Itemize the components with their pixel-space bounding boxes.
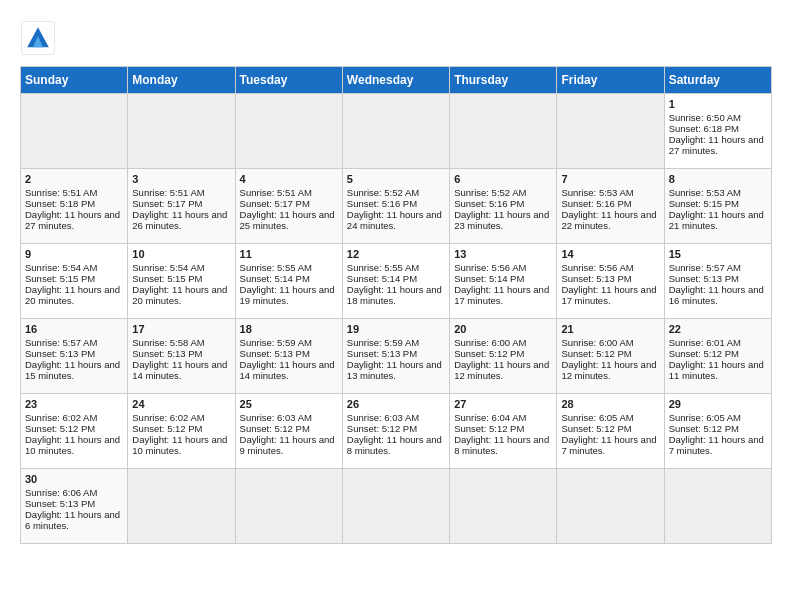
calendar-week-1: 2Sunrise: 5:51 AMSunset: 5:18 PMDaylight… bbox=[21, 169, 772, 244]
day-info: Daylight: 11 hours and 22 minutes. bbox=[561, 209, 659, 231]
day-number: 18 bbox=[240, 323, 338, 335]
calendar-cell: 6Sunrise: 5:52 AMSunset: 5:16 PMDaylight… bbox=[450, 169, 557, 244]
day-info: Sunset: 5:16 PM bbox=[347, 198, 445, 209]
day-number: 2 bbox=[25, 173, 123, 185]
day-info: Daylight: 11 hours and 15 minutes. bbox=[25, 359, 123, 381]
day-info: Sunset: 5:16 PM bbox=[561, 198, 659, 209]
calendar-week-3: 16Sunrise: 5:57 AMSunset: 5:13 PMDayligh… bbox=[21, 319, 772, 394]
day-info: Daylight: 11 hours and 7 minutes. bbox=[669, 434, 767, 456]
day-number: 25 bbox=[240, 398, 338, 410]
day-header-tuesday: Tuesday bbox=[235, 67, 342, 94]
day-number: 11 bbox=[240, 248, 338, 260]
calendar-cell: 27Sunrise: 6:04 AMSunset: 5:12 PMDayligh… bbox=[450, 394, 557, 469]
day-info: Daylight: 11 hours and 10 minutes. bbox=[25, 434, 123, 456]
day-number: 27 bbox=[454, 398, 552, 410]
day-info: Daylight: 11 hours and 20 minutes. bbox=[132, 284, 230, 306]
day-info: Sunset: 5:12 PM bbox=[25, 423, 123, 434]
calendar-body: 1Sunrise: 6:50 AMSunset: 6:18 PMDaylight… bbox=[21, 94, 772, 544]
calendar-cell: 9Sunrise: 5:54 AMSunset: 5:15 PMDaylight… bbox=[21, 244, 128, 319]
calendar-cell: 8Sunrise: 5:53 AMSunset: 5:15 PMDaylight… bbox=[664, 169, 771, 244]
day-info: Daylight: 11 hours and 6 minutes. bbox=[25, 509, 123, 531]
day-info: Sunrise: 6:00 AM bbox=[561, 337, 659, 348]
calendar-cell: 16Sunrise: 5:57 AMSunset: 5:13 PMDayligh… bbox=[21, 319, 128, 394]
calendar-cell: 29Sunrise: 6:05 AMSunset: 5:12 PMDayligh… bbox=[664, 394, 771, 469]
day-info: Daylight: 11 hours and 11 minutes. bbox=[669, 359, 767, 381]
calendar-cell bbox=[664, 469, 771, 544]
day-info: Sunrise: 5:56 AM bbox=[561, 262, 659, 273]
calendar-cell: 11Sunrise: 5:55 AMSunset: 5:14 PMDayligh… bbox=[235, 244, 342, 319]
day-header-sunday: Sunday bbox=[21, 67, 128, 94]
day-number: 3 bbox=[132, 173, 230, 185]
day-header-friday: Friday bbox=[557, 67, 664, 94]
day-info: Sunset: 5:12 PM bbox=[454, 423, 552, 434]
day-info: Sunrise: 5:52 AM bbox=[454, 187, 552, 198]
day-info: Sunrise: 6:02 AM bbox=[25, 412, 123, 423]
calendar-cell: 3Sunrise: 5:51 AMSunset: 5:17 PMDaylight… bbox=[128, 169, 235, 244]
calendar-cell bbox=[235, 469, 342, 544]
day-info: Sunrise: 5:54 AM bbox=[132, 262, 230, 273]
day-info: Daylight: 11 hours and 16 minutes. bbox=[669, 284, 767, 306]
day-info: Sunset: 5:12 PM bbox=[561, 423, 659, 434]
day-info: Sunset: 5:12 PM bbox=[669, 348, 767, 359]
day-number: 14 bbox=[561, 248, 659, 260]
day-info: Sunrise: 5:53 AM bbox=[561, 187, 659, 198]
day-info: Daylight: 11 hours and 24 minutes. bbox=[347, 209, 445, 231]
calendar-cell: 24Sunrise: 6:02 AMSunset: 5:12 PMDayligh… bbox=[128, 394, 235, 469]
day-info: Sunset: 5:13 PM bbox=[132, 348, 230, 359]
day-number: 9 bbox=[25, 248, 123, 260]
day-info: Sunrise: 6:05 AM bbox=[669, 412, 767, 423]
day-header-thursday: Thursday bbox=[450, 67, 557, 94]
day-info: Sunrise: 5:58 AM bbox=[132, 337, 230, 348]
day-info: Sunrise: 6:03 AM bbox=[240, 412, 338, 423]
day-number: 20 bbox=[454, 323, 552, 335]
day-header-wednesday: Wednesday bbox=[342, 67, 449, 94]
calendar-cell bbox=[235, 94, 342, 169]
day-number: 19 bbox=[347, 323, 445, 335]
day-info: Sunset: 6:18 PM bbox=[669, 123, 767, 134]
day-number: 8 bbox=[669, 173, 767, 185]
day-number: 26 bbox=[347, 398, 445, 410]
day-number: 7 bbox=[561, 173, 659, 185]
calendar-cell: 15Sunrise: 5:57 AMSunset: 5:13 PMDayligh… bbox=[664, 244, 771, 319]
day-info: Sunset: 5:12 PM bbox=[347, 423, 445, 434]
calendar-cell: 7Sunrise: 5:53 AMSunset: 5:16 PMDaylight… bbox=[557, 169, 664, 244]
day-info: Daylight: 11 hours and 12 minutes. bbox=[454, 359, 552, 381]
calendar-cell: 26Sunrise: 6:03 AMSunset: 5:12 PMDayligh… bbox=[342, 394, 449, 469]
calendar-cell: 12Sunrise: 5:55 AMSunset: 5:14 PMDayligh… bbox=[342, 244, 449, 319]
logo bbox=[20, 20, 62, 56]
day-number: 17 bbox=[132, 323, 230, 335]
day-number: 1 bbox=[669, 98, 767, 110]
calendar-cell: 5Sunrise: 5:52 AMSunset: 5:16 PMDaylight… bbox=[342, 169, 449, 244]
calendar-cell bbox=[342, 469, 449, 544]
day-number: 15 bbox=[669, 248, 767, 260]
calendar-week-0: 1Sunrise: 6:50 AMSunset: 6:18 PMDaylight… bbox=[21, 94, 772, 169]
day-info: Sunrise: 5:51 AM bbox=[240, 187, 338, 198]
day-info: Daylight: 11 hours and 9 minutes. bbox=[240, 434, 338, 456]
day-info: Sunrise: 5:51 AM bbox=[25, 187, 123, 198]
day-info: Daylight: 11 hours and 21 minutes. bbox=[669, 209, 767, 231]
day-number: 22 bbox=[669, 323, 767, 335]
day-number: 23 bbox=[25, 398, 123, 410]
calendar-week-5: 30Sunrise: 6:06 AMSunset: 5:13 PMDayligh… bbox=[21, 469, 772, 544]
day-info: Sunset: 5:13 PM bbox=[240, 348, 338, 359]
calendar-cell bbox=[21, 94, 128, 169]
day-info: Daylight: 11 hours and 23 minutes. bbox=[454, 209, 552, 231]
day-info: Daylight: 11 hours and 18 minutes. bbox=[347, 284, 445, 306]
calendar-week-2: 9Sunrise: 5:54 AMSunset: 5:15 PMDaylight… bbox=[21, 244, 772, 319]
calendar-cell bbox=[128, 469, 235, 544]
calendar-cell: 4Sunrise: 5:51 AMSunset: 5:17 PMDaylight… bbox=[235, 169, 342, 244]
day-info: Daylight: 11 hours and 12 minutes. bbox=[561, 359, 659, 381]
day-info: Sunrise: 6:01 AM bbox=[669, 337, 767, 348]
calendar-cell: 25Sunrise: 6:03 AMSunset: 5:12 PMDayligh… bbox=[235, 394, 342, 469]
day-info: Daylight: 11 hours and 25 minutes. bbox=[240, 209, 338, 231]
calendar-cell: 30Sunrise: 6:06 AMSunset: 5:13 PMDayligh… bbox=[21, 469, 128, 544]
calendar-cell: 2Sunrise: 5:51 AMSunset: 5:18 PMDaylight… bbox=[21, 169, 128, 244]
day-info: Sunset: 5:13 PM bbox=[669, 273, 767, 284]
day-info: Daylight: 11 hours and 8 minutes. bbox=[454, 434, 552, 456]
day-info: Daylight: 11 hours and 10 minutes. bbox=[132, 434, 230, 456]
day-info: Sunset: 5:14 PM bbox=[347, 273, 445, 284]
calendar-cell: 19Sunrise: 5:59 AMSunset: 5:13 PMDayligh… bbox=[342, 319, 449, 394]
day-info: Sunset: 5:12 PM bbox=[669, 423, 767, 434]
day-info: Sunrise: 5:51 AM bbox=[132, 187, 230, 198]
day-number: 28 bbox=[561, 398, 659, 410]
